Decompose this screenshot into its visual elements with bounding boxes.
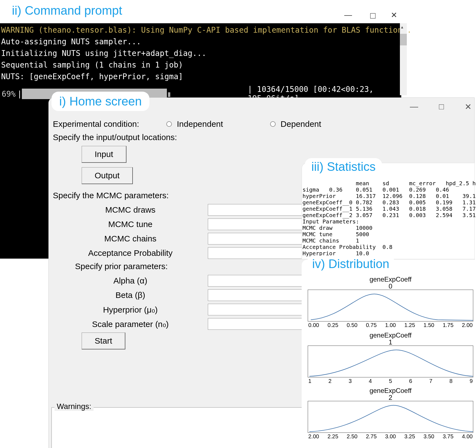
chart-geneexpcoeff-2: geneExpCoeff 2 2.002.252.502.753.003.253… xyxy=(308,387,473,440)
cmd-warning-line: WARNING (theano.tensor.blas): Using NumP… xyxy=(1,25,412,35)
warnings-label: Warnings: xyxy=(55,402,94,411)
stats-input-row: MCMC tune 5000 xyxy=(302,231,369,238)
chart-x-ticks: 0.000.250.500.751.001.251.501.752.00 xyxy=(308,322,473,328)
param-label: Alpha (α) xyxy=(53,276,208,285)
scale-param-input[interactable] xyxy=(208,318,307,330)
density-curve-icon xyxy=(308,346,473,377)
stats-heading-text: iii) Statistics xyxy=(311,160,376,173)
minimize-icon[interactable]: — xyxy=(410,102,418,112)
mcmc-draws-input[interactable] xyxy=(208,204,307,216)
alpha-input[interactable] xyxy=(208,275,307,287)
distribution-panel: iv) Distribution geneExpCoeff 0 0.000.25… xyxy=(302,260,475,448)
chart-x-ticks: 123456789 xyxy=(308,378,473,384)
param-label: Beta (β) xyxy=(53,290,208,300)
cmd-heading-badge: ii) Command prompt xyxy=(7,2,127,19)
hyperprior-input[interactable] xyxy=(208,304,307,315)
stats-heading-badge: iii) Statistics xyxy=(305,158,382,175)
stats-row: geneExpCoeff__0 0.782 0.283 0.005 0.199 … xyxy=(302,199,476,206)
dist-heading-text: iv) Distribution xyxy=(312,257,389,271)
stats-input-row: Acceptance Probability 0.8 xyxy=(302,244,392,250)
stats-body: mean sd mc_error hpd_2.5 hpd_97.5 sigma … xyxy=(302,164,474,259)
chart-title: geneExpCoeff 2 xyxy=(308,387,473,401)
acceptance-prob-input[interactable] xyxy=(208,247,307,259)
param-label: Scale parameter (n₀) xyxy=(53,319,208,329)
density-curve-icon xyxy=(308,401,473,432)
radio-label: Independent xyxy=(177,119,223,129)
param-label: MCMC chains xyxy=(53,234,208,243)
chart-plot-area xyxy=(308,346,473,377)
input-button[interactable]: Input xyxy=(82,146,126,163)
mcmc-chains-input[interactable] xyxy=(208,233,307,244)
close-icon[interactable]: ✕ xyxy=(465,102,472,112)
close-icon[interactable] xyxy=(391,11,397,20)
stats-row: sigma 0.36 0.051 0.001 0.269 0.46 xyxy=(302,186,449,193)
cmd-line: Auto-assigning NUTS sampler... xyxy=(1,37,141,46)
chart-geneexpcoeff-0: geneExpCoeff 0 0.000.250.500.751.001.251… xyxy=(308,276,473,328)
statistics-panel: iii) Statistics mean sd mc_error hpd_2.5… xyxy=(302,163,475,259)
experimental-condition-row: Experimental condition: Independent Depe… xyxy=(53,119,470,129)
minimize-icon[interactable] xyxy=(344,11,352,19)
stats-row: geneExpCoeff__1 5.136 1.043 0.018 3.058 … xyxy=(302,205,476,212)
radio-independent[interactable]: Independent xyxy=(166,119,223,129)
exp-cond-label: Experimental condition: xyxy=(53,119,166,129)
start-button[interactable]: Start xyxy=(82,333,125,349)
chart-x-ticks: 2.002.252.502.753.003.253.503.754.00 xyxy=(308,433,473,440)
radio-icon[interactable] xyxy=(166,121,172,127)
output-button[interactable]: Output xyxy=(82,167,133,184)
stats-input-row: MCMC chains 1 xyxy=(302,237,359,244)
param-label: MCMC draws xyxy=(53,205,208,215)
param-label: Acceptance Probability xyxy=(53,248,208,258)
radio-label: Dependent xyxy=(281,119,321,129)
radio-dependent[interactable]: Dependent xyxy=(270,119,321,129)
dist-heading-badge: iv) Distribution xyxy=(307,256,395,272)
cmd-heading-text: ii) Command prompt xyxy=(12,4,122,17)
cmd-line: Sequential sampling (1 chains in 1 job) xyxy=(1,60,183,69)
maximize-icon[interactable] xyxy=(370,11,376,21)
cmd-line: NUTS: [geneExpCoeff, hyperPrior, sigma] xyxy=(1,72,183,81)
stats-input-row: MCMC draw 10000 xyxy=(302,225,372,231)
beta-input[interactable] xyxy=(208,289,307,301)
cmd-scroll-thumb[interactable] xyxy=(400,34,407,45)
stats-header-row: mean sd mc_error hpd_2.5 hpd_97.5 xyxy=(302,180,476,187)
maximize-icon[interactable]: □ xyxy=(439,102,444,112)
home-heading-badge: i) Home screen xyxy=(51,92,149,111)
chart-plot-area xyxy=(308,290,473,321)
cmd-progress-pct: 69% xyxy=(0,89,17,99)
cmd-bar-end-icon: ▮ xyxy=(167,89,172,99)
scroll-up-icon[interactable]: ▴ xyxy=(401,24,403,30)
chart-title: geneExpCoeff 1 xyxy=(308,332,473,346)
cmd-scrollbar[interactable]: ▴ xyxy=(400,23,407,95)
mcmc-tune-input[interactable] xyxy=(208,218,307,230)
io-section-label: Specify the input/output locations: xyxy=(53,133,470,142)
home-heading-text: i) Home screen xyxy=(59,94,142,108)
param-label: MCMC tune xyxy=(53,220,208,229)
chart-geneexpcoeff-1: geneExpCoeff 1 123456789 xyxy=(308,332,473,384)
chart-plot-area xyxy=(308,401,473,433)
stats-row: geneExpCoeff__2 3.057 0.231 0.003 2.594 … xyxy=(302,212,476,218)
chart-title: geneExpCoeff 0 xyxy=(308,276,473,290)
density-curve-icon xyxy=(308,290,473,321)
home-titlebar: — □ ✕ xyxy=(410,102,472,112)
stats-row: hyperPrior 16.317 12.096 0.128 0.01 39.1… xyxy=(302,193,476,199)
radio-icon[interactable] xyxy=(270,121,276,127)
stats-input-header: Input Parameters: xyxy=(302,218,359,225)
cmd-line: Initializing NUTS using jitter+adapt_dia… xyxy=(1,49,206,58)
param-label: Hyperprior (μ₀) xyxy=(53,305,208,315)
